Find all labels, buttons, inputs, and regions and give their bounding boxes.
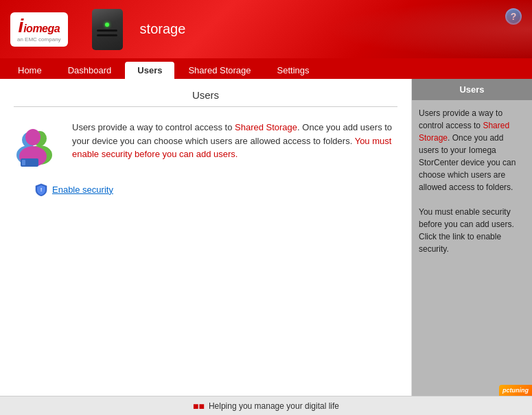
nav-bar: Home Dashboard Users Shared Storage Sett… <box>0 58 532 79</box>
tab-dashboard[interactable]: Dashboard <box>56 62 124 79</box>
device-led <box>105 23 109 27</box>
svg-rect-7 <box>22 160 25 165</box>
device-slot-2 <box>97 34 117 36</box>
pctuning-watermark: pctuning <box>499 385 532 396</box>
footer-icon: ■■ <box>193 401 205 412</box>
tab-shared-storage[interactable]: Shared Storage <box>176 62 263 79</box>
footer: ■■ Helping you manage your digital life <box>0 396 532 415</box>
info-text: Users provide a way to control access to… <box>72 121 397 169</box>
footer-label: Helping you manage your digital life <box>209 401 339 411</box>
content-panel: Users U <box>0 79 412 396</box>
tab-settings[interactable]: Settings <box>265 62 322 79</box>
help-panel: Users Users provide a way to control acc… <box>412 79 532 396</box>
enable-security-link[interactable]: ! Enable security <box>34 182 397 196</box>
help-icon[interactable]: ? <box>505 8 522 25</box>
help-panel-title: Users <box>412 79 532 100</box>
logo-box: i iomega an EMC company <box>10 12 68 47</box>
tab-users[interactable]: Users <box>125 62 174 79</box>
logo-area: i iomega an EMC company storage <box>10 7 185 51</box>
content-title: Users <box>14 89 397 107</box>
enable-security-label: Enable security <box>52 185 113 195</box>
help-panel-content: Users provide a way to control access to… <box>412 100 532 396</box>
header: i iomega an EMC company storage ? <box>0 0 532 58</box>
shield-icon: ! <box>34 182 48 196</box>
device-box <box>92 9 123 50</box>
users-icon <box>14 121 62 169</box>
help-text-1: Users provide a way to control access to… <box>419 107 525 193</box>
users-svg <box>14 121 62 169</box>
logo-iomega: iomega <box>23 23 60 35</box>
device-slot <box>97 29 117 32</box>
tab-home[interactable]: Home <box>5 62 54 79</box>
security-note: You must enable security before you can … <box>72 136 391 160</box>
help-shared-storage-link1: Shared Storage <box>419 121 509 143</box>
help-text-2: You must enable security before you can … <box>419 206 525 255</box>
users-info-section: Users provide a way to control access to… <box>14 121 397 169</box>
logo-i: i <box>18 16 23 36</box>
svg-text:!: ! <box>41 187 43 193</box>
device-icon <box>89 7 126 51</box>
main-container: Users U <box>0 79 532 396</box>
logo-emc: an EMC company <box>17 36 61 43</box>
storage-label: storage <box>140 21 186 37</box>
svg-point-4 <box>25 129 41 145</box>
shared-storage-link1: Shared Storage <box>235 122 297 132</box>
